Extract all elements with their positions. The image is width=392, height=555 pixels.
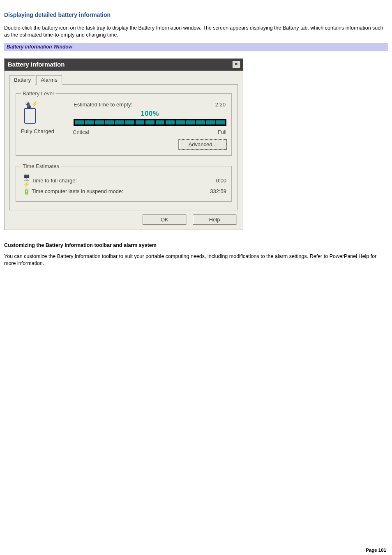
- battery-info-window: Battery Information × Battery Alarms Bat…: [4, 58, 243, 230]
- time-full-charge-label: Time to full charge:: [32, 177, 198, 184]
- help-button[interactable]: Help: [193, 214, 236, 225]
- battery-level-legend: Battery Level: [21, 90, 55, 97]
- tab-strip: Battery Alarms: [9, 75, 238, 85]
- screenshot-container: Battery Information × Battery Alarms Bat…: [4, 58, 388, 230]
- monitor-icon: 🖥️⚡: [21, 174, 32, 187]
- estimated-time-label: Estimated time to empty:: [74, 101, 132, 108]
- page-heading: Displaying detailed battery information: [4, 12, 388, 18]
- customizing-subheading: Customizing the Battery Information tool…: [4, 242, 388, 248]
- figure-caption: Battery Information Window: [4, 43, 388, 51]
- window-title-text: Battery Information: [8, 61, 65, 68]
- battery-icon: 🔌⚡: [24, 101, 70, 124]
- estimated-time-value: 2:20: [215, 101, 226, 108]
- advanced-button[interactable]: Advanced...: [179, 139, 226, 150]
- scale-full-label: Full: [218, 129, 226, 135]
- battery-progress-bar: [74, 119, 226, 126]
- tab-battery[interactable]: Battery: [9, 75, 35, 85]
- battery-small-icon: 🔋: [21, 188, 32, 195]
- plug-icon: 🔌⚡: [24, 101, 38, 107]
- battery-percent: 100%: [74, 110, 226, 117]
- time-estimates-legend: Time Estimates: [21, 163, 61, 169]
- tab-alarms[interactable]: Alarms: [36, 75, 62, 85]
- time-full-charge-value: 0:00: [198, 177, 226, 184]
- time-suspend-value: 332:59: [198, 188, 226, 194]
- customizing-paragraph: You can customize the Battery Informatio…: [4, 253, 388, 267]
- window-titlebar: Battery Information ×: [5, 59, 243, 71]
- ok-button[interactable]: OK: [143, 214, 186, 225]
- tab-panel-battery: Battery Level 🔌⚡ Estimated time to empty…: [9, 84, 238, 210]
- battery-level-group: Battery Level 🔌⚡ Estimated time to empty…: [16, 90, 232, 156]
- time-suspend-label: Time computer lasts in suspend mode:: [32, 188, 198, 194]
- battery-status-text: Fully Charged: [21, 128, 73, 150]
- close-icon[interactable]: ×: [232, 61, 240, 68]
- scale-critical-label: Critical: [73, 129, 89, 135]
- intro-paragraph: Double-click the battery icon on the tas…: [4, 25, 388, 39]
- time-estimates-group: Time Estimates 🖥️⚡ Time to full charge: …: [16, 163, 232, 202]
